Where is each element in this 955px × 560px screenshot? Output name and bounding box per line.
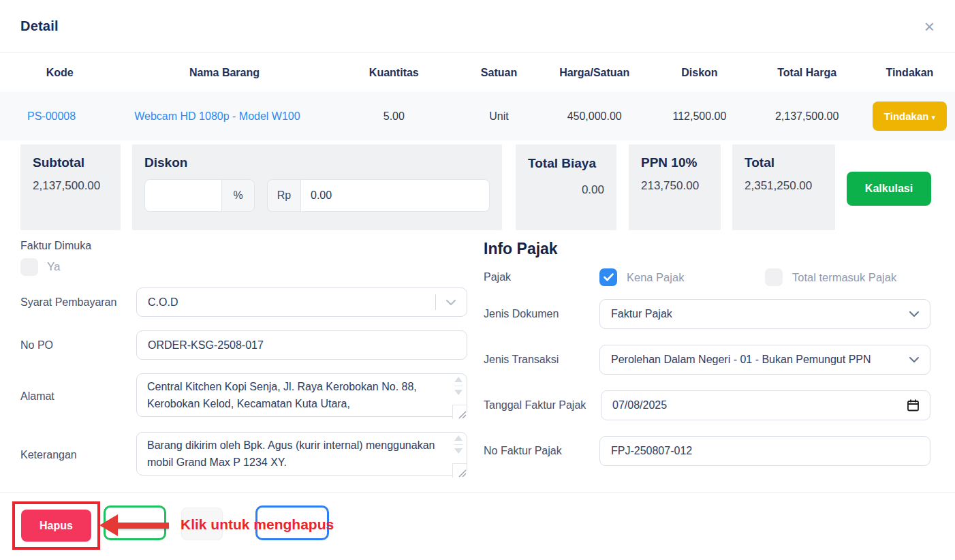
rp-addon: Rp <box>267 179 300 212</box>
col-header-kode: Kode <box>0 54 119 92</box>
total-biaya-label: Total Biaya <box>528 155 604 172</box>
alamat-textarea[interactable]: Central Kitchen Kopi Senja, Jl. Raya Ker… <box>136 373 467 417</box>
no-faktur-pajak-label: No Faktur Pajak <box>484 444 599 458</box>
modal-footer: Hapus Klik untuk menghapus <box>0 492 955 560</box>
pajak-label: Pajak <box>484 270 599 285</box>
col-header-harga-satuan: Harga/Satuan <box>539 54 649 92</box>
jenis-dokumen-value: Faktur Pajak <box>611 308 672 320</box>
percent-addon: % <box>221 179 255 212</box>
subtotal-value: 2,137,500.00 <box>33 179 108 193</box>
keterangan-textarea[interactable]: Barang dikirim oleh Bpk. Agus (kurir int… <box>136 432 467 476</box>
annotation-arrow-head-icon <box>99 514 118 536</box>
total-box: Total 2,351,250.00 <box>732 144 835 230</box>
col-header-satuan: Satuan <box>458 54 539 92</box>
kena-pajak-checkbox[interactable] <box>599 268 617 286</box>
no-faktur-pajak-input[interactable] <box>599 436 930 466</box>
cell-satuan: Unit <box>458 92 539 140</box>
faktur-dimuka-toggle-label: Ya <box>47 260 61 274</box>
col-header-diskon: Diskon <box>649 54 749 92</box>
total-biaya-box: Total Biaya 0.00 <box>516 144 616 230</box>
item-name-link[interactable]: Webcam HD 1080p - Model W100 <box>134 110 300 122</box>
kena-pajak-option: Kena Pajak <box>599 268 765 286</box>
jenis-transaksi-select[interactable]: Perolehan Dalam Negeri - 01 - Bukan Pemu… <box>599 345 930 375</box>
summary-row: Subtotal 2,137,500.00 Diskon % Rp Total … <box>20 144 935 230</box>
keterangan-label: Keterangan <box>20 448 136 463</box>
close-icon[interactable]: × <box>924 18 935 35</box>
textarea-resize-handle[interactable] <box>452 463 467 478</box>
col-header-kuantitas: Kuantitas <box>330 54 458 92</box>
textarea-scroll-arrows[interactable] <box>454 377 463 395</box>
calendar-icon[interactable] <box>907 399 920 412</box>
total-label: Total <box>745 155 823 170</box>
faktur-dimuka-label: Faktur Dimuka <box>20 240 467 252</box>
textarea-resize-handle[interactable] <box>452 405 467 419</box>
cell-total-harga: 2,137,500.00 <box>750 92 864 140</box>
annotation-arrow <box>117 523 169 529</box>
annotation-highlight-box: Hapus <box>12 501 100 550</box>
col-header-total-harga: Total Harga <box>750 54 864 92</box>
kena-pajak-label: Kena Pajak <box>627 271 684 284</box>
form-area: Faktur Dimuka Ya Syarat Pembayaran C.O.D… <box>20 240 935 492</box>
table-row: PS-00008 Webcam HD 1080p - Model W100 5.… <box>0 92 955 140</box>
check-icon <box>604 273 614 281</box>
chevron-down-icon <box>909 311 920 317</box>
alamat-label: Alamat <box>20 389 136 404</box>
no-po-input[interactable] <box>136 330 467 360</box>
info-pajak-heading: Info Pajak <box>484 240 930 258</box>
diskon-percent-input[interactable] <box>144 179 221 212</box>
no-po-label: No PO <box>20 338 136 353</box>
hapus-button[interactable]: Hapus <box>21 510 91 542</box>
chevron-down-icon <box>909 356 920 363</box>
total-value: 2,351,250.00 <box>745 179 823 193</box>
select-divider <box>435 294 436 310</box>
cell-diskon: 112,500.00 <box>649 92 749 140</box>
jenis-dokumen-select[interactable]: Faktur Pajak <box>599 299 930 329</box>
page-title: Detail <box>20 18 59 34</box>
cell-kuantitas: 5.00 <box>330 92 458 140</box>
ppn-label: PPN 10% <box>641 155 708 170</box>
cell-harga-satuan: 450,000.00 <box>539 92 649 140</box>
subtotal-box: Subtotal 2,137,500.00 <box>20 144 121 230</box>
ppn-value: 213,750.00 <box>641 179 708 193</box>
annotation-text: Klik untuk menghapus <box>181 516 334 533</box>
form-left-column: Faktur Dimuka Ya Syarat Pembayaran C.O.D… <box>20 240 467 492</box>
faktur-dimuka-checkbox[interactable] <box>20 258 38 276</box>
col-header-nama-barang: Nama Barang <box>119 54 329 92</box>
modal-header: Detail × <box>0 0 955 53</box>
jenis-transaksi-value: Perolehan Dalam Negeri - 01 - Bukan Pemu… <box>611 354 871 366</box>
kalkulasi-button[interactable]: Kalkulasi <box>847 172 931 206</box>
diskon-amount-input[interactable] <box>300 179 490 212</box>
ppn-box: PPN 10% 213,750.00 <box>629 144 721 230</box>
tanggal-faktur-pajak-value: 07/08/2025 <box>612 399 667 411</box>
info-pajak-column: Info Pajak Pajak Kena Pajak Total termas… <box>484 240 930 492</box>
item-code-link[interactable]: PS-00008 <box>27 110 76 122</box>
col-header-tindakan: Tindakan <box>864 54 955 92</box>
table-header-row: Kode Nama Barang Kuantitas Satuan Harga/… <box>0 54 955 92</box>
syarat-pembayaran-label: Syarat Pembayaran <box>20 295 136 310</box>
diskon-box: Diskon % Rp <box>132 144 502 230</box>
tanggal-faktur-pajak-input[interactable]: 07/08/2025 <box>601 390 930 420</box>
diskon-label: Diskon <box>144 155 490 170</box>
total-biaya-value: 0.00 <box>528 183 604 197</box>
textarea-scroll-arrows[interactable] <box>454 435 463 454</box>
syarat-pembayaran-select[interactable]: C.O.D <box>136 287 467 317</box>
caret-down-icon: ▾ <box>931 113 935 121</box>
subtotal-label: Subtotal <box>33 155 108 170</box>
chevron-down-icon <box>445 299 456 306</box>
jenis-dokumen-label: Jenis Dokumen <box>484 307 599 322</box>
total-termasuk-pajak-label: Total termasuk Pajak <box>792 271 896 284</box>
item-table: Kode Nama Barang Kuantitas Satuan Harga/… <box>0 54 955 140</box>
tindakan-button-label: Tindakan <box>884 110 929 122</box>
tindakan-dropdown-button[interactable]: Tindakan▾ <box>873 102 947 131</box>
tanggal-faktur-pajak-label: Tanggal Faktur Pajak <box>484 398 601 413</box>
total-termasuk-pajak-checkbox[interactable] <box>765 268 783 286</box>
syarat-pembayaran-value: C.O.D <box>148 296 178 309</box>
total-termasuk-pajak-option: Total termasuk Pajak <box>765 268 930 286</box>
jenis-transaksi-label: Jenis Transaksi <box>484 352 599 367</box>
